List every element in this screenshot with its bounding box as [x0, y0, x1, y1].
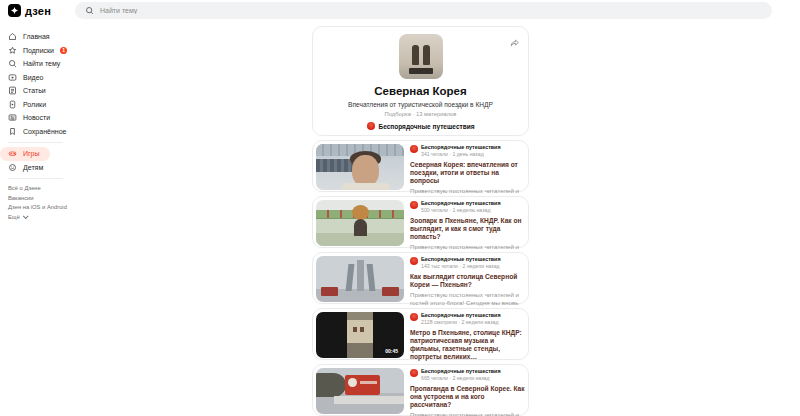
channel-name: Беспорядочные путешествия [421, 201, 501, 207]
article-body: Беспорядочные путешествия 143 тыс читали… [410, 256, 525, 300]
article-stats: 341 читали · 1 день назад [421, 152, 501, 158]
channel-row[interactable]: Беспорядочные путешествия 500 читали · 1… [410, 201, 525, 214]
article-body: Беспорядочные путешествия 341 читали · 1… [410, 144, 525, 188]
collection-title: Северная Корея [313, 85, 528, 97]
sidebar-item-subscriptions[interactable]: Подписки 1 [0, 44, 77, 58]
article-stats: 143 тыс читали · 2 недели назад [421, 264, 501, 270]
search-bar[interactable] [75, 2, 772, 19]
link-vacancies[interactable]: Вакансии [8, 194, 34, 204]
video-icon [8, 73, 17, 82]
dzen-logo-text: дзен [25, 5, 51, 17]
bookmark-icon [8, 127, 17, 136]
collection-meta: Подборка · 13 материалов [313, 111, 528, 117]
channel-avatar [410, 313, 418, 321]
article-title[interactable]: Пропаганда в Северной Корее. Как она уст… [410, 385, 525, 410]
sidebar-item-games[interactable]: Игры [0, 147, 50, 161]
link-more[interactable]: Ещё [8, 213, 27, 223]
collection-header-card: Северная Корея Впечатления от туристичес… [312, 26, 529, 136]
article-stats: 2128 смотрели · 2 недели назад [421, 320, 501, 326]
link-about-dzen[interactable]: Всё о Дзене [8, 184, 41, 194]
news-icon [8, 113, 17, 122]
statue-shape [423, 45, 430, 65]
channel-row[interactable]: Беспорядочные путешествия 143 тыс читали… [410, 257, 525, 270]
kids-icon [8, 163, 17, 172]
feed-card[interactable]: Беспорядочные путешествия 143 тыс читали… [312, 252, 529, 304]
sidebar-item-saved[interactable]: Сохранённое [0, 125, 76, 139]
channel-name: Беспорядочные путешествия [421, 257, 501, 263]
sidebar-footer-links: Всё о Дзене Вакансии Дзен на iOS и Andro… [0, 184, 170, 222]
games-icon [8, 149, 17, 158]
article-body: Беспорядочные путешествия 2128 смотрели … [410, 312, 525, 356]
search-input[interactable] [100, 7, 400, 14]
channel-name: Беспорядочные путешествия [379, 123, 475, 130]
article-stats: 665 читали · 2 недели назад [421, 376, 501, 382]
channel-avatar [410, 145, 418, 153]
sidebar-divider [8, 178, 63, 179]
article-body: Беспорядочные путешествия 500 читали · 1… [410, 200, 525, 244]
search-icon [8, 59, 17, 68]
shorts-icon [8, 100, 17, 109]
channel-row[interactable]: Беспорядочные путешествия 2128 смотрели … [410, 313, 525, 326]
dzen-logo[interactable]: дзен [8, 4, 51, 17]
top-bar: дзен [0, 0, 800, 24]
feed-card-video[interactable]: 00:45 Беспорядочные путешествия 2128 смо… [312, 308, 529, 360]
sidebar-item-find-topic[interactable]: Найти тему [0, 57, 70, 71]
subscriptions-badge: 1 [60, 47, 67, 54]
article-title[interactable]: Как выглядит столица Северной Кореи — Пх… [410, 273, 525, 289]
sidebar-item-home[interactable]: Главная [0, 30, 60, 44]
sidebar-item-label: Сохранённое [23, 128, 66, 135]
channel-avatar [410, 369, 418, 377]
channel-name: Беспорядочные путешествия [421, 369, 501, 375]
sidebar-item-video[interactable]: Видео [0, 71, 53, 85]
article-thumbnail[interactable] [316, 256, 404, 302]
video-thumbnail[interactable]: 00:45 [316, 312, 404, 358]
article-title[interactable]: Зоопарк в Пхеньяне, КНДР. Как он выгляди… [410, 217, 525, 242]
channel-row[interactable]: Беспорядочные путешествия 665 читали · 2… [410, 369, 525, 382]
articles-icon [8, 86, 17, 95]
subscriptions-icon [8, 46, 17, 55]
sidebar-item-news[interactable]: Новости [0, 111, 60, 125]
collection-cover-image [399, 34, 443, 79]
article-stats: 500 читали · 1 неделю назад [421, 208, 501, 214]
sidebar-item-kids[interactable]: Детям [0, 161, 53, 175]
sidebar-item-label: Игры [23, 150, 40, 157]
article-thumbnail[interactable] [316, 200, 404, 246]
feed-card[interactable]: Беспорядочные путешествия 500 читали · 1… [312, 196, 529, 248]
dzen-logo-icon [8, 4, 21, 17]
channel-avatar [367, 122, 375, 130]
plinth-shape [409, 68, 433, 74]
search-icon [85, 6, 94, 15]
link-more-label: Ещё [8, 213, 20, 223]
sidebar-item-label: Ролики [23, 101, 46, 108]
channel-avatar [410, 257, 418, 265]
sidebar-item-label: Новости [23, 114, 50, 121]
sidebar-item-label: Видео [23, 74, 43, 81]
feed-card[interactable]: Беспорядочные путешествия 665 читали · 2… [312, 364, 529, 416]
sidebar-divider [8, 142, 63, 143]
chevron-down-icon [23, 214, 29, 220]
collection-subtitle: Впечатления от туристической поездки в К… [313, 101, 528, 108]
article-thumbnail[interactable] [316, 368, 404, 414]
sidebar-item-shorts[interactable]: Ролики [0, 98, 56, 112]
feed-card[interactable]: Беспорядочные путешествия 341 читали · 1… [312, 140, 529, 192]
article-thumbnail[interactable] [316, 144, 404, 190]
video-title[interactable]: Метро в Пхеньяне, столице КНДР: патриоти… [410, 329, 525, 362]
sidebar-item-label: Статьи [23, 87, 46, 94]
link-apps[interactable]: Дзен на iOS и Android [8, 203, 67, 213]
sidebar-item-label: Главная [23, 33, 50, 40]
collection-channel-link[interactable]: Беспорядочные путешествия [313, 122, 528, 130]
video-duration-badge: 00:45 [382, 347, 401, 355]
article-title[interactable]: Северная Корея: впечатления от поездки, … [410, 161, 525, 186]
channel-name: Беспорядочные путешествия [421, 145, 501, 151]
sidebar-item-label: Найти тему [23, 60, 60, 67]
channel-row[interactable]: Беспорядочные путешествия 341 читали · 1… [410, 145, 525, 158]
article-body: Беспорядочные путешествия 665 читали · 2… [410, 368, 525, 412]
channel-avatar [410, 201, 418, 209]
main-content: Северная Корея Впечатления от туристичес… [312, 26, 529, 416]
channel-name: Беспорядочные путешествия [421, 313, 501, 319]
sidebar-item-label: Подписки [23, 47, 54, 54]
sidebar: Главная Подписки 1 Найти тему Видео Стат… [0, 30, 170, 222]
sidebar-item-label: Детям [23, 164, 43, 171]
share-icon[interactable] [510, 34, 520, 52]
sidebar-item-articles[interactable]: Статьи [0, 84, 56, 98]
